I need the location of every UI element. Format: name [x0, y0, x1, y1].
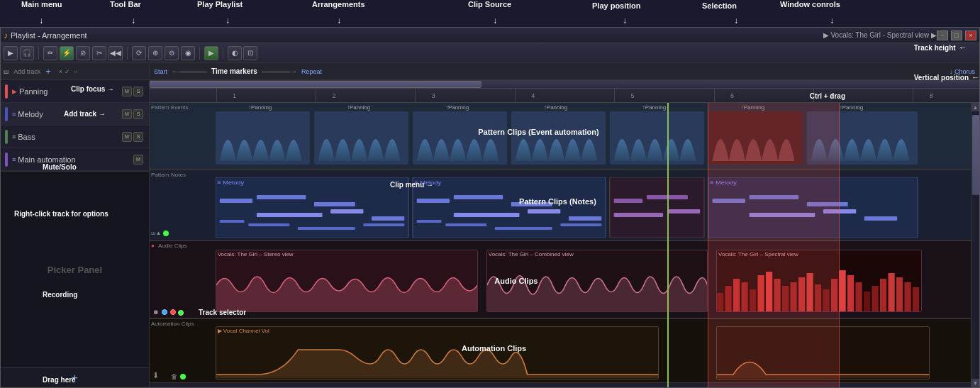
scroll-thumb-v[interactable]: [972, 115, 979, 195]
mute-bass[interactable]: M: [122, 132, 132, 142]
svg-rect-47: [733, 279, 740, 312]
active-dot: [163, 231, 169, 236]
main-menu-button[interactable]: ▶: [4, 46, 18, 60]
svg-text:≡ Melody: ≡ Melody: [414, 179, 442, 186]
toolbar-sep-2: [127, 47, 128, 60]
lane-label-pattern-notes: Pattern Notes: [151, 172, 186, 178]
svg-rect-60: [840, 270, 846, 312]
track-type-panning: ▶: [12, 88, 17, 95]
annotation-window-controls: Window conrols: [780, 0, 840, 9]
zoom-scroll-bar[interactable]: [150, 80, 979, 89]
scroll-up-button[interactable]: ▲: [971, 103, 980, 111]
picker-panel: Picker Panel: [1, 171, 149, 367]
mute-automation[interactable]: M: [133, 155, 143, 165]
pattern-notes-svg: ≡ Melody: [216, 177, 922, 238]
title-breadcrumb: ▶ Vocals: The Girl - Spectral view ▶: [823, 31, 937, 39]
ruler-marker-4: 4: [531, 92, 535, 99]
toolbar-x-icon: ×: [59, 68, 62, 75]
tool-volume[interactable]: ◉: [181, 46, 195, 60]
track-item-panning[interactable]: ▶ Panning M S: [1, 80, 149, 103]
main-window: ♪ Playlist - Arrangement ▶ Vocals: The G…: [0, 27, 980, 388]
close-button[interactable]: ×: [965, 31, 976, 40]
title-bar-text: Playlist - Arrangement: [11, 31, 823, 40]
track-item-melody[interactable]: ≡ Melody M S: [1, 103, 149, 126]
svg-rect-46: [725, 286, 732, 312]
scroll-track-v[interactable]: [972, 111, 979, 379]
tool-cut[interactable]: ✂: [92, 46, 106, 60]
automation-clip-2[interactable]: [716, 326, 930, 379]
automation-clip-1-label: ▶ Vocal Channel Vol: [218, 328, 269, 334]
solo-melody[interactable]: S: [133, 109, 143, 119]
svg-rect-56: [807, 273, 813, 312]
drag-here-controls: ⬇: [152, 371, 159, 380]
lane-automation-clips: Automation Clips ▶ Vocal Channel Vol: [150, 319, 971, 383]
solo-panning[interactable]: S: [133, 87, 143, 96]
tool-select[interactable]: ⚡: [60, 46, 74, 60]
svg-rect-41: [749, 213, 815, 217]
automation-clip-1[interactable]: ▶ Vocal Channel Vol: [216, 326, 659, 379]
lane-label-audio-text: Audio Clips: [158, 243, 186, 249]
ruler-line-3: [415, 89, 416, 102]
active-dot-green: [178, 310, 184, 316]
headphone-button[interactable]: 🎧: [20, 46, 34, 60]
arrow-right-marker: ————→: [262, 67, 297, 75]
arrow-main-menu: ↓: [39, 16, 43, 26]
track-item-bass[interactable]: ≡ Bass M S: [1, 126, 149, 148]
audio-clip-spectral[interactable]: Vocals: The Girl – Spectral view: [716, 250, 922, 312]
playlist-icon: ♪: [4, 31, 8, 40]
maximize-button[interactable]: □: [951, 31, 962, 40]
panning-label-7: ↑Panning: [840, 104, 863, 111]
solo-bass[interactable]: S: [133, 132, 143, 142]
tool-zoom-left[interactable]: ◀◀: [108, 46, 123, 60]
track-list-footer: +: [1, 367, 149, 387]
svg-rect-58: [823, 289, 830, 312]
annotation-main-menu: Main menu: [21, 0, 62, 9]
lane-label-automation: Automation Clips: [151, 321, 194, 327]
scroll-thumb-h[interactable]: [150, 81, 481, 88]
add-track-footer-button[interactable]: +: [72, 372, 78, 384]
track-type-automation: ≡: [12, 156, 16, 163]
controls-icon: ш▲: [151, 230, 161, 236]
play-button[interactable]: ▶: [204, 46, 218, 60]
lane-pattern-events: Pattern Events ↑Panning ↑Panning ↑Pannin…: [150, 103, 971, 170]
drag-icon: ⬇: [152, 371, 159, 380]
audio-clip-stereo[interactable]: Vocals: The Girl – Stereo view: [216, 250, 479, 312]
track-item-automation[interactable]: ≡ Main automation M: [1, 148, 149, 171]
tool-loop[interactable]: ⟳: [132, 46, 146, 60]
track-toolbar: ш Add track + × ✓ ↔ Start ←———— Time mar…: [1, 63, 979, 80]
tool-zoom-in[interactable]: ⊕: [148, 46, 162, 60]
track-name-bass: Bass: [18, 133, 122, 141]
tool-zoom-out[interactable]: ⊖: [165, 46, 179, 60]
annotation-row: Main menu ↓ Tool Bar ↓ Play Playlist ↓ A…: [0, 0, 980, 27]
mute-melody[interactable]: M: [122, 109, 132, 119]
svg-rect-21: [416, 199, 449, 203]
svg-rect-61: [847, 275, 854, 312]
picker-panel-label: Picker Panel: [48, 265, 102, 275]
tool-draw[interactable]: ✏: [43, 46, 57, 60]
track-color-bass: [5, 130, 8, 144]
svg-rect-26: [569, 216, 601, 221]
annotation-toolbar: Tool Bar: [110, 0, 141, 9]
svg-rect-29: [494, 227, 552, 230]
scroll-down-button[interactable]: ▼: [971, 379, 980, 387]
arrow-toolbar: ↓: [131, 16, 135, 26]
svg-rect-34: [613, 213, 662, 217]
svg-rect-66: [889, 273, 895, 312]
add-track-button[interactable]: +: [45, 66, 51, 77]
tool-erase[interactable]: ⊘: [76, 46, 90, 60]
chorus-marker: ↓ Chorus: [950, 68, 975, 75]
arrow-left-marker: ←————: [172, 67, 207, 75]
svg-rect-9: [219, 199, 252, 203]
svg-rect-57: [815, 284, 821, 312]
svg-rect-11: [314, 202, 355, 206]
minimize-button[interactable]: -: [937, 31, 948, 40]
svg-rect-36: [708, 177, 917, 238]
arrangement-button[interactable]: ⊡: [243, 46, 257, 60]
audio-clip-spectral-label: Vocals: The Girl – Spectral view: [718, 251, 798, 257]
automation-active-dot: [180, 374, 186, 379]
window-inner: ш Add track + × ✓ ↔ Start ←———— Time mar…: [1, 63, 979, 387]
title-bar-controls: - □ ×: [937, 31, 976, 40]
clip-source-button[interactable]: ◐: [228, 46, 242, 60]
mute-panning[interactable]: M: [122, 87, 132, 96]
track-toolbar-left: ш Add track + × ✓ ↔: [1, 66, 150, 77]
